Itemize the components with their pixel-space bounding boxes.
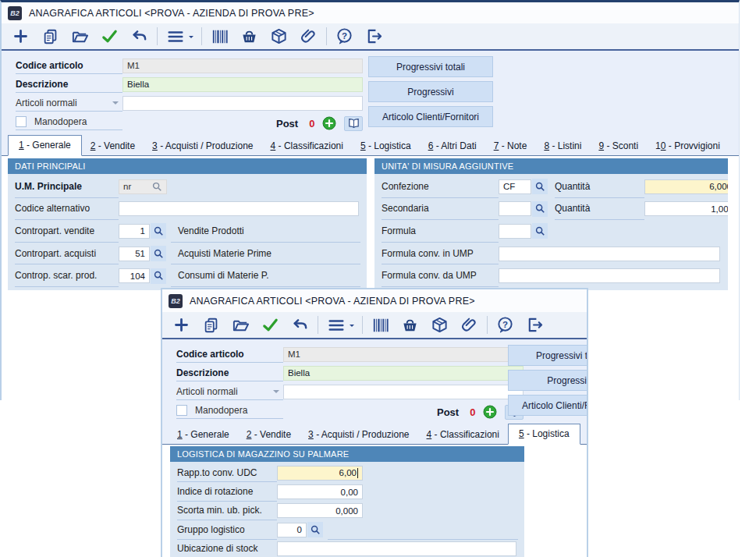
tab-classificazioni[interactable]: 4 - Classificazioni	[262, 137, 352, 155]
codice-alternativo-field[interactable]	[119, 201, 359, 216]
rapporto-conv-udc-field[interactable]: 6,00	[277, 466, 363, 481]
confezione-quantita-field[interactable]: 6,000	[644, 179, 728, 194]
codice-articolo-field[interactable]: M1	[122, 59, 363, 73]
contropart-vendite-field[interactable]: 1	[119, 224, 150, 239]
undo-button[interactable]	[130, 27, 149, 46]
add-button[interactable]	[172, 315, 191, 335]
progressivi-button[interactable]: Progressivi	[508, 370, 588, 391]
tipo-articolo-dropdown[interactable]: Articoli normali	[176, 383, 283, 400]
descrizione2-field[interactable]	[283, 385, 524, 399]
descrizione-field[interactable]: Biella	[122, 77, 363, 92]
exit-button[interactable]	[525, 315, 545, 335]
text-cursor	[357, 468, 358, 478]
tab-generale[interactable]: 1 - Generale	[169, 425, 238, 444]
um-principale-field[interactable]: nr	[119, 179, 167, 194]
tab-altri-dati[interactable]: 6 - Altri Dati	[580, 425, 588, 444]
tab-acquisti-produzione[interactable]: 3 - Acquisti / Produzione	[144, 137, 261, 155]
help-button[interactable]: ?	[335, 27, 354, 46]
progressivi-totali-button[interactable]: Progressivi totali	[368, 56, 493, 77]
book-icon	[347, 118, 360, 129]
progressivi-button[interactable]: Progressivi	[368, 81, 493, 102]
open-button[interactable]	[70, 27, 90, 46]
attachment-button[interactable]	[460, 315, 479, 335]
add-icon	[173, 317, 190, 333]
ubicazione-stock-field[interactable]	[277, 541, 516, 556]
barcode-button[interactable]	[210, 27, 229, 46]
gruppo-logistico-desc	[328, 520, 518, 539]
codice-articolo-field[interactable]: M1	[283, 347, 524, 362]
post-book-button[interactable]	[344, 116, 363, 131]
articolo-clienti-fornitori-button[interactable]: Articolo Clienti/Fornitori	[368, 106, 493, 127]
descrizione2-field[interactable]	[122, 96, 363, 111]
confezione-field[interactable]: CF	[499, 179, 531, 194]
undo-icon	[130, 27, 148, 45]
descrizione-field[interactable]: Biella	[283, 366, 524, 381]
undo-button[interactable]	[290, 315, 310, 335]
tab-generale[interactable]: 1 - Generale	[8, 135, 82, 156]
lookup-button[interactable]	[307, 522, 323, 537]
tab-note[interactable]: 7 - Note	[485, 137, 536, 155]
package-icon	[431, 316, 449, 334]
tab-vendite[interactable]: 2 - Vendite	[82, 137, 144, 155]
help-button[interactable]: ?	[495, 315, 515, 335]
lookup-button[interactable]	[532, 201, 548, 217]
package-button[interactable]	[269, 27, 289, 46]
package-icon	[270, 27, 288, 45]
controp-scar-prod-field[interactable]: 104	[119, 268, 150, 283]
codice-articolo-label: Codice articolo	[176, 346, 283, 363]
manodopera-checkbox[interactable]	[16, 116, 27, 127]
gruppo-logistico-field[interactable]: 0	[277, 523, 307, 537]
tab-logistica[interactable]: 5 - Logistica	[352, 137, 420, 155]
tab-logistica[interactable]: 5 - Logistica	[508, 424, 580, 445]
formula-conv-in-ump-field[interactable]	[499, 247, 720, 261]
confirm-button[interactable]	[100, 27, 119, 46]
basket-button[interactable]	[240, 27, 259, 46]
codice-alternativo-label: Codice alternativo	[15, 198, 119, 221]
lookup-button[interactable]	[151, 246, 166, 261]
tab-altri-dati[interactable]: 6 - Altri Dati	[420, 137, 485, 155]
copy-button[interactable]	[41, 27, 60, 46]
tab-acquisti-produzione[interactable]: 3 - Acquisti / Produzione	[300, 425, 417, 444]
tab-listini[interactable]: 8 - Listini	[535, 137, 590, 155]
contropart-acquisti-field[interactable]: 51	[119, 247, 150, 261]
exit-button[interactable]	[364, 27, 384, 46]
lookup-button[interactable]	[151, 268, 166, 284]
package-button[interactable]	[430, 315, 449, 335]
tab-vendite[interactable]: 2 - Vendite	[238, 425, 300, 444]
confirm-button[interactable]	[261, 315, 280, 335]
manodopera-checkbox[interactable]	[176, 405, 187, 416]
progressivi-totali-button[interactable]: Progressivi totali	[508, 345, 588, 366]
descrizione-label: Descrizione	[16, 76, 122, 93]
add-button[interactable]	[11, 27, 30, 46]
lookup-button[interactable]	[532, 179, 548, 194]
manodopera-row: Manodopera	[176, 402, 283, 419]
formula-field[interactable]	[499, 224, 531, 239]
tipo-articolo-dropdown[interactable]: Articoli normali	[16, 94, 122, 112]
indice-rotazione-field[interactable]: 0,00	[277, 484, 363, 499]
post-label: Post	[276, 118, 298, 129]
attachment-button[interactable]	[299, 27, 318, 46]
add-post-button[interactable]	[483, 405, 497, 419]
menu-button[interactable]	[326, 315, 346, 335]
scorta-min-field[interactable]: 0,000	[277, 503, 363, 518]
secondaria-field[interactable]	[499, 201, 531, 216]
copy-button[interactable]	[201, 315, 221, 335]
barcode-button[interactable]	[371, 315, 390, 335]
tab-classificazioni[interactable]: 4 - Classificazioni	[418, 425, 508, 444]
ubicazione-stock-label: Ubicazione di stock	[177, 540, 277, 557]
add-post-button[interactable]	[322, 116, 336, 130]
lookup-button[interactable]	[532, 223, 548, 239]
toolbar-separator	[201, 27, 202, 45]
menu-button[interactable]	[165, 27, 185, 46]
panel-title: LOGISTICA DI MAGAZZINO SU PALMARE	[170, 446, 524, 462]
confirm-icon	[101, 27, 119, 45]
manodopera-row: Manodopera	[16, 113, 122, 130]
tab-sconti[interactable]: 9 - Sconti	[590, 137, 647, 155]
formula-conv-da-ump-field[interactable]	[499, 268, 720, 283]
articolo-clienti-fornitori-button[interactable]: Articolo Clienti/Fornitori	[508, 395, 588, 416]
lookup-button[interactable]	[151, 223, 166, 239]
secondaria-quantita-field[interactable]: 1,000	[644, 201, 728, 216]
tab-provvigioni[interactable]: 10 - Provvigioni	[647, 137, 729, 155]
open-button[interactable]	[231, 315, 250, 335]
basket-button[interactable]	[400, 315, 420, 335]
